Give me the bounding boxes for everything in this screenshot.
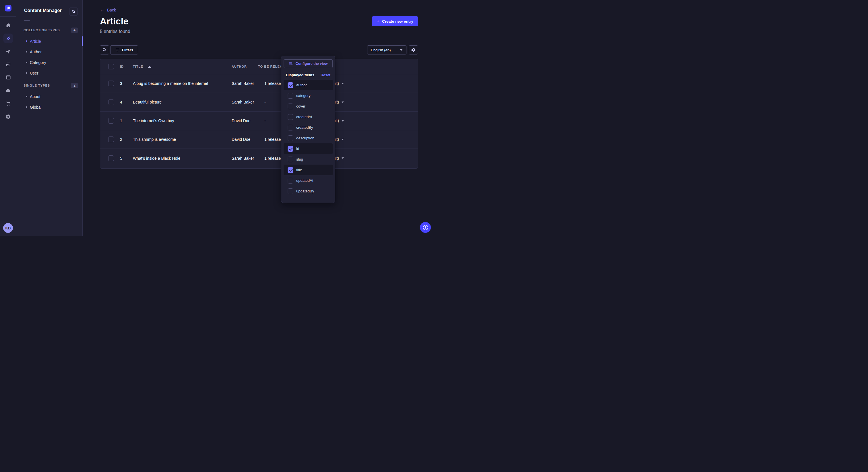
cell-author: Sarah Baker [231, 100, 254, 104]
entries-count: 5 entries found [100, 29, 130, 34]
cell-id: 1 [120, 119, 122, 123]
sidebar-item-about[interactable]: About [17, 91, 82, 102]
field-checkbox[interactable] [288, 114, 293, 120]
table-row[interactable]: 5 What's inside a Black Hole Sarah Baker… [100, 149, 417, 167]
bullet-icon [26, 72, 27, 74]
view-settings-button[interactable] [409, 45, 418, 55]
cell-title: Beautiful picture [133, 100, 162, 104]
field-toggle-row[interactable]: createdBy [284, 122, 333, 133]
field-toggle-row[interactable]: title [284, 165, 333, 175]
marketplace-cart-icon[interactable] [0, 100, 17, 107]
locale-select[interactable]: English (en) [367, 45, 406, 55]
table-body: 3 A bug is becoming a meme on the intern… [100, 74, 417, 167]
plus-icon: + [377, 19, 379, 24]
row-checkbox[interactable] [108, 99, 114, 105]
deploy-cloud-icon[interactable] [0, 87, 17, 94]
section-items: About Global [17, 91, 82, 112]
field-checkbox[interactable] [288, 125, 293, 131]
gear-icon [411, 47, 415, 52]
column-header-id[interactable]: ID [120, 65, 124, 68]
table-row[interactable]: 3 A bug is becoming a meme on the intern… [100, 74, 417, 93]
locale-selected-value: English (en) [371, 48, 391, 52]
content-manager-icon[interactable] [0, 35, 17, 42]
sidebar-item-label: Category [30, 60, 46, 65]
section-count-badge: 2 [71, 83, 78, 88]
cell-title: The internet's Own boy [133, 119, 174, 123]
release-value: 1 release [265, 156, 281, 161]
media-library-icon[interactable] [0, 61, 17, 68]
cell-id: 3 [120, 81, 122, 86]
cell-release[interactable]: - [265, 100, 266, 104]
strapi-logo-icon[interactable] [5, 5, 11, 11]
select-all-checkbox[interactable] [108, 64, 114, 69]
column-header-title[interactable]: TITLE [133, 65, 151, 68]
field-toggle-row[interactable]: updatedBy [284, 186, 333, 196]
field-label: updatedAt [296, 178, 313, 183]
field-checkbox[interactable] [288, 189, 293, 194]
field-toggle-row[interactable]: id [284, 143, 333, 154]
field-label: title [296, 168, 302, 172]
reset-link[interactable]: Reset [321, 73, 330, 77]
sidebar-item-label: Global [30, 105, 41, 109]
help-button[interactable]: ? [420, 222, 431, 233]
displayed-fields-title: Displayed fields [286, 73, 314, 77]
field-toggle-row[interactable]: category [284, 90, 333, 101]
table-row[interactable]: 2 This shrimp is awesome David Doe 1 rel… [100, 130, 417, 149]
cell-release[interactable]: - [265, 119, 266, 123]
home-icon[interactable] [0, 22, 17, 29]
bullet-icon [26, 96, 27, 97]
row-checkbox[interactable] [108, 136, 114, 142]
sidebar-search-button[interactable] [69, 7, 78, 16]
settings-gear-icon[interactable] [0, 113, 17, 121]
content-type-builder-icon[interactable] [0, 74, 17, 81]
table-row[interactable]: 4 Beautiful picture Sarah Baker - Englis… [100, 93, 417, 111]
field-toggle-row[interactable]: slug [284, 154, 333, 165]
field-toggle-row[interactable]: updatedAt [284, 175, 333, 186]
back-link[interactable]: ← Back [100, 8, 116, 12]
sidebar-section: COLLECTION TYPES 4 Article Author Catego… [17, 27, 82, 78]
sidebar-item-category[interactable]: Category [17, 57, 82, 68]
field-checkbox[interactable] [288, 82, 293, 88]
table-search-button[interactable] [100, 45, 109, 55]
field-checkbox[interactable] [288, 146, 293, 152]
field-checkbox[interactable] [288, 103, 293, 109]
field-label: category [296, 94, 311, 98]
section-items: Article Author Category User [17, 36, 82, 78]
configure-the-view-button[interactable]: Configure the view [284, 59, 333, 68]
configure-button-label: Configure the view [296, 62, 328, 66]
sidebar-item-user[interactable]: User [17, 68, 82, 78]
filters-button[interactable]: Filters [110, 45, 138, 55]
entries-table: ID TITLE AUTHOR TO BE RELEASED IN AVAILA… [100, 59, 418, 169]
sidebar-item-label: Article [30, 39, 41, 43]
sidebar-item-label: About [30, 94, 40, 99]
column-header-author[interactable]: AUTHOR [231, 65, 247, 68]
section-label: SINGLE TYPES [24, 84, 50, 87]
sidebar-item-author[interactable]: Author [17, 46, 82, 57]
field-toggle-row[interactable]: createdAt [284, 111, 333, 122]
field-label: updatedBy [296, 189, 314, 193]
content-manager-sidebar: Content Manager COLLECTION TYPES 4 Artic… [17, 0, 83, 236]
row-checkbox[interactable] [108, 156, 114, 161]
field-toggle-row[interactable]: cover [284, 101, 333, 111]
table-row[interactable]: 1 The internet's Own boy David Doe - Eng… [100, 111, 417, 130]
field-label: id [296, 146, 299, 151]
field-checkbox[interactable] [288, 178, 293, 183]
cell-author: Sarah Baker [231, 81, 254, 86]
field-toggle-row[interactable]: description [284, 133, 333, 143]
field-label: createdBy [296, 125, 313, 130]
field-checkbox[interactable] [288, 157, 293, 162]
sidebar-item-global[interactable]: Global [17, 102, 82, 112]
row-checkbox[interactable] [108, 80, 114, 86]
chevron-down-icon [342, 102, 344, 103]
field-checkbox[interactable] [288, 93, 293, 99]
release-value: 1 release [265, 81, 281, 86]
field-checkbox[interactable] [288, 167, 293, 173]
releases-icon[interactable] [0, 48, 17, 55]
field-checkbox[interactable] [288, 135, 293, 141]
user-avatar[interactable]: KD [3, 223, 13, 233]
create-new-entry-button[interactable]: + Create new entry [372, 16, 418, 26]
app-icon-strip: KD [0, 0, 17, 236]
sidebar-item-article[interactable]: Article [17, 36, 82, 46]
row-checkbox[interactable] [108, 118, 114, 124]
field-toggle-row[interactable]: author [284, 80, 333, 90]
